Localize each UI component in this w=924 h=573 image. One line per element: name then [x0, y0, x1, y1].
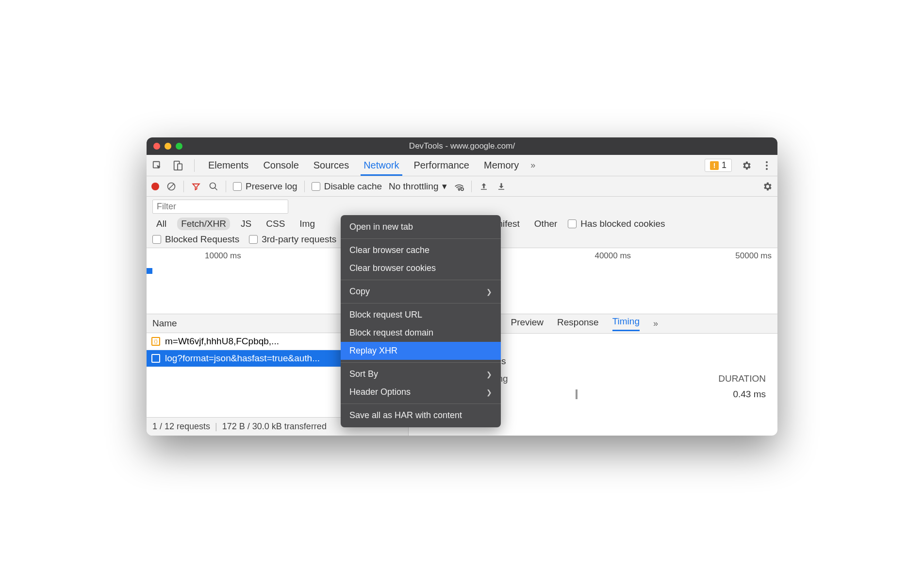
svg-line-9 [215, 187, 217, 190]
issues-count: 1 [722, 160, 726, 170]
queueing-bar [576, 389, 578, 399]
context-menu-separator [341, 280, 501, 280]
close-window-button[interactable] [153, 143, 160, 150]
maximize-window-button[interactable] [176, 143, 182, 150]
queueing-value: 0.43 ms [733, 389, 766, 400]
minimize-window-button[interactable] [165, 143, 171, 150]
more-tabs-icon[interactable]: » [653, 319, 658, 329]
device-toolbar-icon[interactable] [172, 160, 183, 171]
svg-rect-2 [178, 164, 182, 170]
throttling-select[interactable]: No throttling ▾ [389, 181, 447, 192]
tab-network[interactable]: Network [361, 155, 402, 176]
context-menu-item[interactable]: Clear browser cookies [341, 259, 501, 277]
filter-all[interactable]: All [152, 218, 170, 230]
context-menu-item[interactable]: Replay XHR [341, 342, 501, 360]
filter-css[interactable]: CSS [262, 218, 289, 230]
checkbox-icon [152, 235, 161, 244]
timeline-mark: 50000 ms [735, 251, 772, 261]
tab-memory[interactable]: Memory [481, 155, 522, 176]
checkbox-icon [233, 182, 242, 191]
throttling-value: No throttling [389, 181, 438, 192]
context-menu-label: Header Options [349, 387, 411, 397]
context-menu-item[interactable]: Block request domain [341, 324, 501, 342]
preserve-log-label: Preserve log [246, 181, 297, 192]
download-har-icon[interactable] [496, 181, 507, 192]
filter-fetchxhr[interactable]: Fetch/XHR [177, 218, 230, 230]
inspect-element-icon[interactable] [151, 160, 163, 171]
detail-tab-preview[interactable]: Preview [511, 317, 544, 331]
blocked-requests-checkbox[interactable]: Blocked Requests [152, 234, 239, 245]
tab-elements[interactable]: Elements [205, 155, 251, 176]
context-menu-label: Block request domain [349, 328, 433, 338]
checkbox-icon [568, 219, 577, 228]
divider: | [215, 421, 217, 432]
has-blocked-cookies-checkbox[interactable]: Has blocked cookies [568, 219, 665, 229]
filter-other[interactable]: Other [530, 218, 561, 230]
divider [471, 181, 472, 192]
context-menu: Open in new tabClear browser cacheClear … [341, 215, 501, 427]
settings-icon[interactable] [741, 160, 752, 171]
filter-icon[interactable] [191, 181, 201, 192]
titlebar: DevTools - www.google.com/ [147, 137, 777, 155]
duration-header: DURATION [718, 373, 766, 384]
timeline-request-bar [147, 268, 152, 274]
blocked-requests-label: Blocked Requests [165, 234, 239, 245]
tab-performance[interactable]: Performance [411, 155, 473, 176]
context-menu-item[interactable]: Open in new tab [341, 218, 501, 236]
clear-icon[interactable] [166, 181, 177, 192]
svg-point-8 [210, 183, 216, 188]
network-conditions-icon[interactable] [454, 181, 464, 192]
svg-point-10 [459, 189, 460, 190]
svg-point-11 [461, 187, 464, 190]
context-menu-label: Sort By [349, 369, 378, 379]
context-menu-label: Open in new tab [349, 222, 413, 232]
search-icon[interactable] [208, 181, 219, 192]
network-settings-icon[interactable] [762, 181, 773, 192]
context-menu-label: Copy [349, 286, 370, 297]
svg-point-5 [766, 168, 768, 170]
context-menu-item[interactable]: Clear browser cache [341, 241, 501, 259]
detail-tab-response[interactable]: Response [557, 317, 599, 331]
context-menu-item[interactable]: Save all as HAR with content [341, 406, 501, 424]
context-menu-separator [341, 404, 501, 404]
disable-cache-label: Disable cache [324, 181, 382, 192]
window-title: DevTools - www.google.com/ [147, 141, 777, 151]
main-tabs-bar: Elements Console Sources Network Perform… [147, 155, 777, 176]
preserve-log-checkbox[interactable]: Preserve log [233, 181, 297, 192]
context-menu-item[interactable]: Header Options❯ [341, 383, 501, 401]
record-button[interactable] [151, 183, 159, 190]
context-menu-label: Clear browser cookies [349, 263, 436, 273]
upload-har-icon[interactable] [478, 181, 489, 192]
filter-js[interactable]: JS [237, 218, 255, 230]
more-tabs-icon[interactable]: » [530, 160, 535, 170]
xhr-file-icon [151, 354, 160, 363]
context-menu-item[interactable]: Block request URL [341, 306, 501, 324]
third-party-checkbox[interactable]: 3rd-party requests [249, 234, 336, 245]
divider [226, 181, 226, 192]
devtools-window: DevTools - www.google.com/ Elements Cons… [147, 137, 777, 436]
tab-sources[interactable]: Sources [311, 155, 352, 176]
detail-tab-timing[interactable]: Timing [612, 316, 640, 331]
disable-cache-checkbox[interactable]: Disable cache [312, 181, 382, 192]
chevron-right-icon: ❯ [486, 288, 492, 296]
script-file-icon: ⟨⟩ [151, 337, 160, 346]
chevron-right-icon: ❯ [486, 371, 492, 378]
filter-input[interactable]: Filter [152, 200, 288, 214]
context-menu-item[interactable]: Copy❯ [341, 283, 501, 301]
divider [304, 181, 305, 192]
context-menu-item[interactable]: Sort By❯ [341, 365, 501, 383]
tab-console[interactable]: Console [260, 155, 301, 176]
context-menu-separator [341, 362, 501, 363]
dropdown-icon: ▾ [442, 181, 447, 192]
svg-point-3 [766, 161, 768, 163]
svg-line-7 [169, 184, 174, 189]
kebab-menu-icon[interactable] [761, 160, 773, 171]
checkbox-icon [312, 182, 320, 191]
divider [183, 181, 184, 192]
timeline-mark: 40000 ms [594, 251, 631, 261]
context-menu-label: Replay XHR [349, 346, 397, 356]
checkbox-icon [249, 235, 258, 244]
issues-badge[interactable]: ! 1 [705, 159, 732, 172]
filter-img[interactable]: Img [296, 218, 319, 230]
timeline-mark: 10000 ms [205, 251, 241, 261]
